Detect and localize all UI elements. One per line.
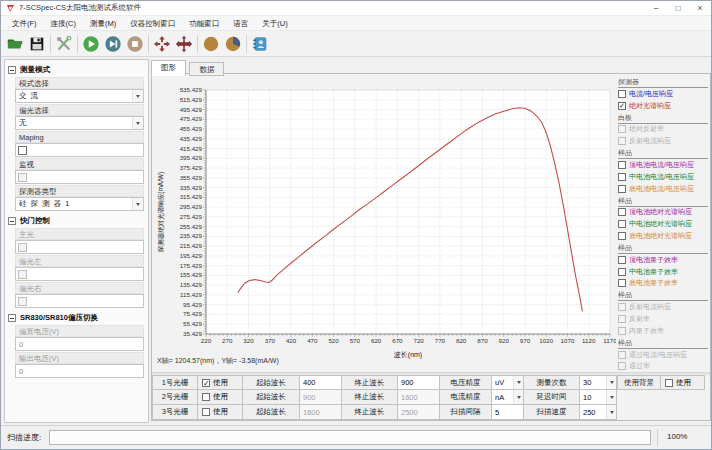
- text-input[interactable]: 0: [15, 364, 144, 378]
- run-button[interactable]: [80, 33, 102, 55]
- start-wavelength-input[interactable]: 1600: [300, 405, 342, 420]
- dropdown[interactable]: 交 流: [15, 89, 144, 103]
- checkbox[interactable]: [618, 220, 626, 228]
- menu-item-about[interactable]: 关于(U): [255, 16, 294, 31]
- checkbox[interactable]: [618, 90, 626, 98]
- chevron-down-icon[interactable]: [606, 376, 616, 389]
- param1-input[interactable]: 5: [492, 405, 524, 420]
- param2-dropdown[interactable]: 30: [580, 375, 617, 390]
- checkbox[interactable]: [618, 303, 626, 311]
- filled-circle-button[interactable]: [200, 33, 222, 55]
- scan-progress-label: 扫描进度:: [7, 432, 41, 443]
- start-wavelength-input[interactable]: 400: [300, 375, 342, 390]
- checkbox[interactable]: [18, 243, 27, 252]
- chevron-down-icon[interactable]: [606, 405, 616, 419]
- section-header[interactable]: SR830/SR810偏压切换: [8, 311, 146, 324]
- param1-dropdown[interactable]: uV: [492, 375, 524, 390]
- expand-arrows-button[interactable]: [151, 33, 173, 55]
- checkbox[interactable]: [618, 256, 626, 264]
- menu-item-file[interactable]: 文件(F): [5, 16, 44, 31]
- chevron-down-icon[interactable]: [132, 198, 143, 210]
- end-wavelength-input[interactable]: 1600: [398, 390, 440, 405]
- param2-dropdown[interactable]: 10: [580, 390, 617, 405]
- menu-item-measure[interactable]: 测量(M): [83, 16, 123, 31]
- checkbox[interactable]: [18, 270, 27, 279]
- pie-chart-button[interactable]: [222, 33, 244, 55]
- minimize-button[interactable]: –: [645, 1, 667, 16]
- start-wavelength-input[interactable]: 900: [300, 390, 342, 405]
- param2-dropdown[interactable]: 250: [580, 405, 617, 420]
- checkbox[interactable]: [618, 125, 626, 133]
- background-box: 使用背景 使用: [617, 375, 705, 390]
- svg-text:420: 420: [286, 337, 297, 344]
- dropdown-value: 交 流: [16, 91, 132, 101]
- checkbox[interactable]: [618, 279, 626, 287]
- scan-progress-bar: [49, 430, 651, 445]
- use-checkbox[interactable]: [202, 408, 210, 416]
- checkbox[interactable]: [618, 185, 626, 193]
- tab-data[interactable]: 数据: [189, 62, 224, 76]
- checkbox[interactable]: [18, 146, 27, 155]
- response-option-label: 底电池量子效率: [629, 278, 678, 288]
- chevron-down-icon[interactable]: [513, 376, 523, 389]
- checkbox[interactable]: [618, 351, 626, 359]
- checkbox[interactable]: [618, 137, 626, 145]
- collapse-icon[interactable]: [8, 217, 16, 225]
- use-checkbox[interactable]: [202, 393, 210, 401]
- collapse-icon[interactable]: [8, 66, 16, 74]
- text-input[interactable]: 0: [15, 337, 144, 351]
- menu-item-connect[interactable]: 连接(C): [44, 16, 83, 31]
- svg-text:55.429: 55.429: [183, 320, 202, 327]
- param1-dropdown[interactable]: nA: [492, 390, 524, 405]
- x-axis-title: 波长(nm): [394, 351, 422, 359]
- close-button[interactable]: ×: [689, 1, 711, 16]
- end-wavelength-input[interactable]: 2500: [398, 405, 440, 420]
- checkbox[interactable]: [618, 161, 626, 169]
- use-background-checkbox[interactable]: [665, 379, 673, 387]
- svg-text:215.429: 215.429: [180, 242, 203, 249]
- toolbar-separator: [197, 35, 198, 53]
- chart-plot-area[interactable]: [206, 90, 610, 334]
- use-checkbox[interactable]: [202, 379, 210, 387]
- stop-button[interactable]: [124, 33, 146, 55]
- maximize-button[interactable]: □: [667, 1, 689, 16]
- save-button[interactable]: [26, 33, 48, 55]
- menu-item-instrument-control[interactable]: 仪器控制窗口: [123, 16, 182, 31]
- checkbox[interactable]: [618, 362, 626, 370]
- param1-label: 电流精度: [440, 390, 492, 405]
- tools-button[interactable]: [53, 33, 75, 55]
- menu-item-language[interactable]: 语言: [226, 16, 255, 31]
- dropdown-value: 无: [16, 118, 132, 128]
- checkbox[interactable]: [618, 102, 626, 110]
- tab-graph[interactable]: 图形: [151, 60, 186, 76]
- checkbox[interactable]: [618, 327, 626, 335]
- checkbox[interactable]: [18, 297, 27, 306]
- dropdown[interactable]: 无: [15, 116, 144, 130]
- tab-strip: 图形 数据: [151, 58, 223, 74]
- chevron-down-icon[interactable]: [132, 90, 143, 102]
- section-header[interactable]: 快门控制: [8, 214, 146, 227]
- menu-item-function-window[interactable]: 功能窗口: [182, 16, 226, 31]
- response-option: 顶电池电流/电压响应: [618, 159, 708, 171]
- checkbox[interactable]: [618, 232, 626, 240]
- dropdown[interactable]: 硅 探 测 器 1: [15, 197, 144, 211]
- checkbox[interactable]: [618, 315, 626, 323]
- checkbox-row: [15, 240, 144, 254]
- move-arrows-button[interactable]: [173, 33, 195, 55]
- section-header[interactable]: 测量模式: [8, 63, 146, 76]
- end-wavelength-input[interactable]: 900: [398, 375, 440, 390]
- chevron-down-icon[interactable]: [606, 390, 616, 404]
- contacts-button[interactable]: [249, 33, 271, 55]
- svg-text:920: 920: [499, 337, 510, 344]
- checkbox[interactable]: [618, 268, 626, 276]
- checkbox[interactable]: [618, 208, 626, 216]
- chevron-down-icon[interactable]: [513, 390, 523, 404]
- collapse-icon[interactable]: [8, 314, 16, 322]
- window-title: 7-SCSpec-CS太阳电池测试系统软件: [19, 3, 645, 13]
- checkbox[interactable]: [618, 173, 626, 181]
- step-run-button[interactable]: [102, 33, 124, 55]
- chevron-down-icon[interactable]: [132, 117, 143, 129]
- open-folder-button[interactable]: [4, 33, 26, 55]
- checkbox[interactable]: [18, 173, 27, 182]
- toolbar-separator: [246, 35, 247, 53]
